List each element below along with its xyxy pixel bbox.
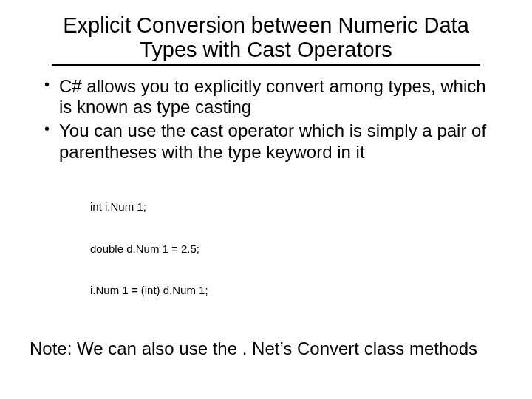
code-line: double d.Num 1 = 2.5;	[90, 242, 502, 256]
bullet-item: C# allows you to explicitly convert amon…	[49, 76, 502, 118]
code-block: int i.Num 1; double d.Num 1 = 2.5; i.Num…	[90, 173, 502, 325]
code-line: int i.Num 1;	[90, 200, 502, 214]
slide-title: Explicit Conversion between Numeric Data…	[52, 13, 480, 66]
bullet-item: You can use the cast operator which is s…	[49, 120, 502, 163]
note-text: Note: We can also use the . Net’s Conver…	[30, 338, 477, 359]
code-line: i.Num 1 = (int) d.Num 1;	[90, 284, 502, 298]
slide: Explicit Conversion between Numeric Data…	[0, 0, 532, 399]
bullet-list: C# allows you to explicitly convert amon…	[30, 76, 502, 163]
